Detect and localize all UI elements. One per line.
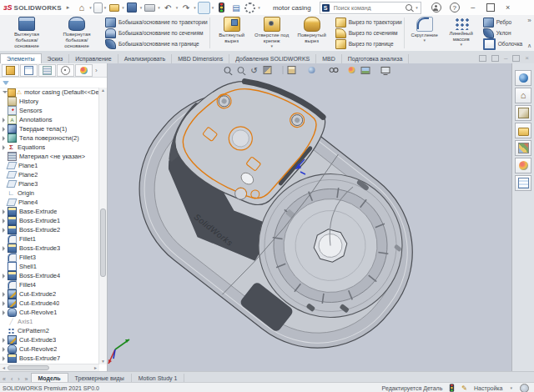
task-pane-button[interactable]: [515, 158, 531, 173]
headsup-icon[interactable]: [276, 65, 280, 75]
model-3d[interactable]: SolidWorks: [108, 63, 511, 371]
ribbon-big-button[interactable]: Вытянутый вырез: [213, 16, 251, 50]
ribbon-stack-item[interactable]: Вырез по траектории: [335, 18, 402, 28]
tree-vertical-scrollbar[interactable]: ▲ ▼: [98, 88, 107, 364]
doc-maximize-button[interactable]: [512, 55, 520, 62]
quick-access-icon[interactable]: [179, 2, 192, 14]
headsup-icon[interactable]: [327, 65, 337, 75]
task-pane-button[interactable]: [515, 123, 531, 138]
headsup-icon[interactable]: [283, 66, 284, 74]
tree-item[interactable]: Fillet1: [0, 234, 99, 244]
panel-flyout-chevron[interactable]: ›: [95, 67, 98, 74]
doc-close-button[interactable]: ×: [525, 54, 529, 62]
ribbon-stack-item[interactable]: Уклон: [483, 28, 523, 38]
headsup-icon[interactable]: [300, 65, 304, 75]
tree-item[interactable]: Shell1: [0, 262, 99, 271]
search-icon[interactable]: [406, 4, 412, 11]
login-person-icon[interactable]: [431, 3, 441, 13]
ribbon-big-button[interactable]: Линейный массив: [444, 16, 479, 50]
tree-item[interactable]: Boss-Extrude1: [0, 216, 99, 225]
quick-access-icon[interactable]: [93, 3, 103, 13]
tree-item[interactable]: Boss-Extrude7: [0, 354, 99, 363]
maximize-button[interactable]: [486, 3, 495, 12]
menu-flyout-arrow[interactable]: ▸: [67, 4, 70, 11]
ribbon-stack-item[interactable]: Вырез по сечениям: [335, 28, 402, 38]
tree-item[interactable]: Твердые тела(1): [0, 124, 99, 133]
ribbon-stack-item[interactable]: Бобышка/основание по траектории: [105, 18, 208, 28]
headsup-icon[interactable]: [249, 65, 259, 75]
tree-item[interactable]: Origin: [0, 188, 99, 198]
dropdown-caret-icon[interactable]: ▾: [158, 5, 160, 10]
scroll-left-arrow[interactable]: ◄: [0, 365, 8, 370]
tree-item[interactable]: Cut-Revolve1: [0, 308, 99, 317]
tree-item[interactable]: Boss-Extrude2: [0, 225, 99, 234]
headsup-icon[interactable]: [307, 65, 317, 75]
command-tab[interactable]: Элементы: [0, 53, 42, 63]
graphics-viewport[interactable]: SolidWorks: [108, 63, 511, 371]
tree-item[interactable]: Тела поверхности(2): [0, 133, 99, 143]
quick-access-icon[interactable]: [108, 2, 120, 14]
quick-access-icon[interactable]: [126, 2, 139, 14]
headsup-icon[interactable]: [360, 65, 370, 75]
tree-item[interactable]: Boss-Extrude3: [0, 244, 99, 253]
headsup-icon[interactable]: [380, 65, 390, 75]
scroll-right-arrow[interactable]: ►: [92, 365, 99, 370]
scroll-down-arrow[interactable]: ▼: [101, 359, 105, 364]
command-tab[interactable]: MBD: [316, 54, 342, 63]
ribbon-big-button[interactable]: Повернутая бобышка/основание: [53, 16, 101, 50]
dropdown-caret-icon[interactable]: ▾: [176, 5, 179, 10]
headsup-icon[interactable]: [287, 65, 297, 75]
task-pane-button[interactable]: [515, 88, 531, 103]
select-cursor-button[interactable]: [198, 2, 210, 14]
tree-item[interactable]: Cut-Extrude3: [0, 335, 99, 344]
dropdown-caret-icon[interactable]: ▾: [212, 5, 214, 10]
task-pane-button[interactable]: [515, 175, 531, 191]
dropdown-caret-icon[interactable]: ▾: [104, 5, 107, 10]
dropdown-caret-icon[interactable]: ▾: [140, 5, 143, 10]
tree-item[interactable]: Fillet3: [0, 253, 99, 262]
tree-item[interactable]: CirPattern2: [0, 326, 99, 335]
help-icon[interactable]: ?: [450, 3, 460, 13]
quick-access-icon[interactable]: [75, 2, 88, 14]
tree-item[interactable]: Plane2: [0, 170, 99, 179]
tree-item[interactable]: Sensors: [0, 106, 99, 115]
command-tab[interactable]: MBD Dimensions: [172, 54, 229, 63]
tree-item[interactable]: Cut-Extrude2: [0, 289, 99, 299]
task-pane-button[interactable]: [515, 105, 531, 121]
panel-tab[interactable]: [57, 64, 74, 77]
ribbon-stack-item[interactable]: Ребро: [483, 18, 523, 28]
panel-tab[interactable]: [20, 64, 38, 77]
tree-item[interactable]: Plane3: [0, 179, 99, 188]
tree-item[interactable]: Plane1: [0, 161, 99, 170]
panel-tab[interactable]: [38, 64, 56, 77]
scroll-up-arrow[interactable]: ▲: [101, 88, 105, 93]
ribbon-stack-item[interactable]: Бобышка/основание на границе: [105, 39, 208, 49]
tree-item[interactable]: Fillet4: [0, 280, 99, 289]
ribbon-big-button[interactable]: Отверстие под крепеж: [253, 16, 291, 50]
tree-item[interactable]: Boss-Extrude4: [0, 271, 99, 280]
doc-minimize-button[interactable]: –: [504, 54, 507, 62]
command-tab[interactable]: Эскиз: [42, 54, 70, 63]
ribbon-big-button[interactable]: Вытянутая бобышка/основание: [3, 16, 51, 50]
task-pane-button[interactable]: [515, 140, 531, 156]
close-button[interactable]: ×: [503, 3, 513, 12]
ribbon-big-button[interactable]: Повернутый вырез: [293, 16, 331, 50]
headsup-icon[interactable]: [263, 65, 273, 75]
dropdown-caret-icon[interactable]: ▾: [258, 5, 260, 10]
command-tab[interactable]: Исправление: [69, 54, 118, 63]
headsup-icon[interactable]: [236, 65, 246, 75]
file-properties-button[interactable]: [229, 2, 242, 14]
command-tab[interactable]: Подготовка анализа: [342, 54, 410, 63]
options-gear-icon[interactable]: [244, 2, 256, 14]
headsup-icon[interactable]: [394, 65, 397, 75]
ribbon-stack-item[interactable]: Бобышка/основание по сечениям: [105, 28, 208, 38]
rebuild-button[interactable]: [215, 2, 228, 14]
tree-item[interactable]: History: [0, 97, 99, 106]
quick-access-icon[interactable]: [162, 2, 174, 14]
tree-item[interactable]: Cut-Extrude40: [0, 299, 99, 308]
tree-item[interactable]: motor casing (Default<<Defa: [0, 88, 99, 97]
search-caret-icon[interactable]: ▾: [416, 5, 418, 10]
dropdown-caret-icon[interactable]: ▾: [122, 5, 124, 10]
command-tab[interactable]: Анализировать: [118, 54, 173, 63]
minimize-button[interactable]: –: [468, 3, 478, 12]
